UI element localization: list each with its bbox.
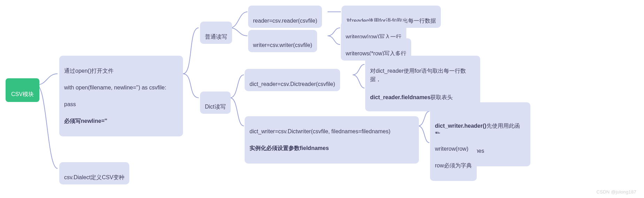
open-line4: 必须写newline='' [64,117,178,125]
root-label: CSV模块 [11,91,34,97]
dialect-node: csv.Dialect定义CSV变种 [59,162,129,184]
dict-rw-label: Dict读写 [205,104,226,110]
reader-label: reader=csv.reader(csvfile) [253,18,317,24]
open-line3: pass [64,100,178,109]
dict-reader-fieldnames-tail: 获取表头 [430,94,453,100]
dict-writer-line2: 实例化必须设置参数fieldnames [250,144,414,152]
dict-reader-label: dict_reader=csv.Dictreader(csvfile) [250,81,335,87]
dict-reader-node: dict_reader=csv.Dictreader(csvfile) [245,69,340,91]
watermark: CSDN @julong187 [596,189,636,195]
dict-writer-writerow-l1: writerow(row) [435,145,472,153]
dict-writer-writerow-l2: row必须为字典 [435,161,472,170]
dict-rw-node: Dict读写 [200,92,231,114]
reader-node: reader=csv.reader(csvfile) [248,6,322,28]
open-line1: 通过open()打开文件 [64,67,178,75]
normal-rw-node: 普通读写 [200,22,232,44]
open-block: 通过open()打开文件 with open(filename, newline… [59,56,183,136]
root-node: CSV模块 [6,78,39,102]
normal-rw-label: 普通读写 [205,34,227,40]
dict-reader-desc-l1: 对dict_reader使用for语句取出每一行数据， [370,67,475,84]
open-line2: with open(filename, newline='') as csvfi… [64,84,178,92]
dict-reader-fieldnames-node: dict_reader.fieldnames获取表头 [365,82,458,104]
dict-writer-node: dict_writer=csv.Dictwriter(csvfile, file… [245,116,419,164]
dialect-label: csv.Dialect定义CSV变种 [64,174,124,180]
writer-node: writer=csv.writer(csvfile) [248,30,317,52]
writer-label: writer=csv.writer(csvfile) [253,42,312,48]
dict-writer-line1: dict_writer=csv.Dictwriter(csvfile, file… [250,127,414,136]
dict-writer-header-bold: dict_writer.header() [435,123,486,129]
dict-reader-fieldnames-bold: dict_reader.fieldnames [370,94,430,100]
dict-writer-writerow-node: writerow(row) row必须为字典 [430,134,477,181]
